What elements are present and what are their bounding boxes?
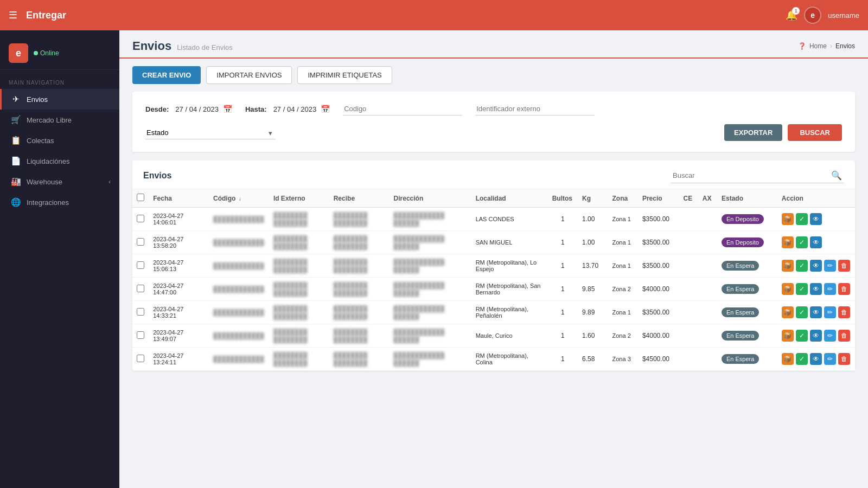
row-direccion: ██████████████████ [390, 254, 471, 278]
action-view-button[interactable]: 👁 [810, 213, 822, 225]
table-search-input[interactable] [673, 171, 831, 179]
hasta-calendar-icon[interactable]: 📅 [321, 105, 330, 113]
edit-button[interactable]: ✏ [824, 330, 836, 342]
row-check [132, 278, 149, 301]
row-precio: $3500.00 [638, 254, 679, 278]
select-all-checkbox[interactable] [137, 194, 144, 201]
action-orange-button[interactable]: 📦 [782, 353, 794, 365]
row-zona: Zona 2 [608, 324, 638, 348]
sidebar-item-envios[interactable]: ✈ Envios [0, 89, 119, 110]
row-codigo: ████████████ [209, 208, 269, 231]
row-accion: 📦 ✓ 👁 [777, 208, 855, 231]
bell-wrapper: 🔔 1 [786, 9, 797, 21]
liquidaciones-icon: 📄 [10, 156, 21, 166]
action-icons: 📦 ✓ 👁 ✏ 🗑 [782, 283, 851, 295]
desde-calendar-icon[interactable]: 📅 [223, 105, 232, 113]
sidebar-item-integraciones[interactable]: 🌐 Integraciones [0, 192, 119, 213]
online-badge: Online [34, 49, 59, 57]
action-view-button[interactable]: 👁 [810, 330, 822, 342]
action-green-button[interactable]: ✓ [796, 306, 808, 318]
row-ax [698, 254, 717, 278]
row-checkbox[interactable] [137, 285, 144, 292]
action-green-button[interactable]: ✓ [796, 260, 808, 272]
edit-button[interactable]: ✏ [824, 353, 836, 365]
row-ax [698, 301, 717, 324]
col-header-zona: Zona [608, 189, 638, 208]
row-checkbox[interactable] [137, 308, 144, 316]
action-orange-button[interactable]: 📦 [782, 213, 794, 225]
action-orange-button[interactable]: 📦 [782, 283, 794, 295]
action-icons: 📦 ✓ 👁 ✏ 🗑 [782, 330, 851, 342]
row-checkbox[interactable] [137, 331, 144, 339]
col-header-ax: AX [698, 189, 717, 208]
row-fecha: 2023-04-27 14:33:21 [149, 301, 209, 324]
search-icon[interactable]: 🔍 [831, 170, 842, 181]
edit-button[interactable]: ✏ [824, 283, 836, 295]
delete-button[interactable]: 🗑 [838, 330, 850, 342]
col-header-bultos: Bultos [548, 189, 578, 208]
action-view-button[interactable]: 👁 [810, 306, 822, 318]
action-green-button[interactable]: ✓ [796, 213, 808, 225]
action-green-button[interactable]: ✓ [796, 283, 808, 295]
action-green-button[interactable]: ✓ [796, 353, 808, 365]
create-envio-button[interactable]: CREAR ENVIO [132, 66, 201, 84]
sidebar-item-liquidaciones[interactable]: 📄 Liquidaciónes [0, 151, 119, 171]
sidebar-item-colectas[interactable]: 📋 Colectas [0, 130, 119, 151]
delete-button[interactable]: 🗑 [838, 260, 850, 272]
action-orange-button[interactable]: 📦 [782, 330, 794, 342]
estado-select[interactable]: Estado En Deposito En Espera Entregado C… [145, 126, 276, 139]
row-kg: 9.85 [578, 278, 608, 301]
row-recibe: ████████████████ [329, 231, 390, 254]
delete-button[interactable]: 🗑 [838, 283, 850, 295]
row-fecha: 2023-04-27 14:47:00 [149, 278, 209, 301]
action-orange-button[interactable]: 📦 [782, 236, 794, 248]
row-checkbox[interactable] [137, 355, 144, 362]
row-ax [698, 208, 717, 231]
date-desde-group: Desde: 27 / 04 / 2023 📅 [145, 105, 232, 113]
integraciones-icon: 🌐 [10, 197, 21, 207]
row-zona: Zona 1 [608, 208, 638, 231]
row-recibe: ████████████████ [329, 254, 390, 278]
id-externo-input[interactable] [475, 102, 595, 115]
row-direccion: ██████████████████ [390, 348, 471, 371]
action-green-button[interactable]: ✓ [796, 330, 808, 342]
action-orange-button[interactable]: 📦 [782, 306, 794, 318]
row-bultos: 1 [548, 231, 578, 254]
col-header-codigo[interactable]: Código ↓ [209, 189, 269, 208]
action-view-button[interactable]: 👁 [810, 236, 822, 248]
row-checkbox[interactable] [137, 215, 144, 222]
search-button[interactable]: BUSCAR [788, 124, 842, 141]
row-checkbox[interactable] [137, 238, 144, 246]
action-green-button[interactable]: ✓ [796, 236, 808, 248]
date-hasta-group: Hasta: 27 / 04 / 2023 📅 [245, 105, 330, 113]
row-recibe: ████████████████ [329, 278, 390, 301]
table-row: 2023-04-27 13:24:11 ████████████ ███████… [132, 348, 855, 371]
sidebar-item-warehouse[interactable]: 🏭 Warehouse ‹ [0, 171, 119, 192]
action-view-button[interactable]: 👁 [810, 353, 822, 365]
import-envios-button[interactable]: IMPORTAR ENVIOS [206, 66, 292, 84]
avatar[interactable]: e [804, 7, 821, 24]
row-checkbox[interactable] [137, 261, 144, 269]
hasta-value: 27 / 04 / 2023 [273, 105, 317, 113]
main-layout: e Online MAIN NAVIGATION ✈ Envios 🛒 Merc… [0, 30, 868, 488]
sidebar-item-mercado-libre[interactable]: 🛒 Mercado Libre [0, 110, 119, 130]
edit-button[interactable]: ✏ [824, 260, 836, 272]
top-header-right: 🔔 1 e username [786, 7, 859, 24]
row-kg: 1.00 [578, 208, 608, 231]
action-view-button[interactable]: 👁 [810, 283, 822, 295]
codigo-input[interactable] [343, 102, 462, 115]
breadcrumb-current: Envios [835, 42, 855, 50]
delete-button[interactable]: 🗑 [838, 306, 850, 318]
edit-button[interactable]: ✏ [824, 306, 836, 318]
print-labels-button[interactable]: IMPRIMIR ETIQUETAS [297, 66, 392, 84]
mercado-libre-label: Mercado Libre [27, 116, 72, 124]
export-button[interactable]: EXPORTAR [724, 124, 782, 141]
row-ce [679, 254, 698, 278]
row-bultos: 1 [548, 301, 578, 324]
row-ce [679, 301, 698, 324]
action-orange-button[interactable]: 📦 [782, 260, 794, 272]
breadcrumb-home[interactable]: Home [809, 42, 827, 50]
action-view-button[interactable]: 👁 [810, 260, 822, 272]
hamburger-icon[interactable]: ☰ [9, 9, 17, 21]
delete-button[interactable]: 🗑 [838, 353, 850, 365]
